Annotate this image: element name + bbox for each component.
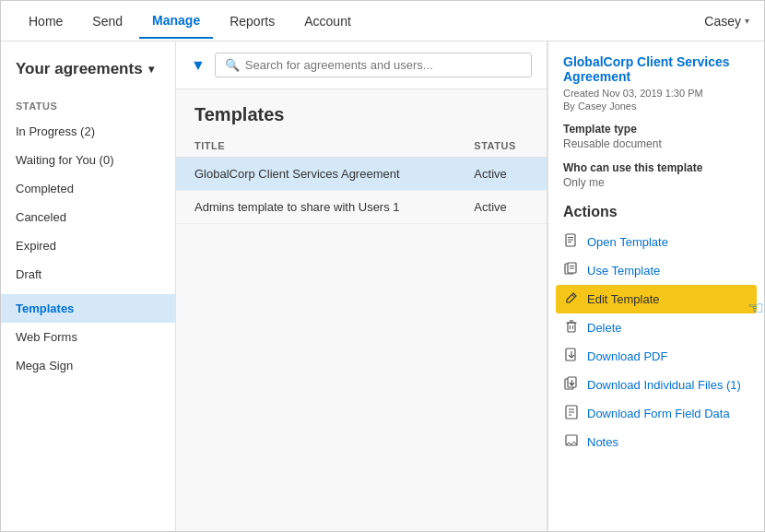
template-type-label: Template type (563, 123, 749, 136)
who-can-use-label: Who can use this template (563, 161, 749, 174)
nav-home[interactable]: Home (16, 5, 76, 38)
user-name: Casey (704, 14, 741, 29)
details-created: Created Nov 03, 2019 1:30 PM (563, 88, 749, 99)
action-download-individual-label: Download Individual Files (1) (587, 378, 741, 392)
sidebar: Your agreements ▾ STATUS In Progress (2)… (1, 41, 176, 532)
action-edit-template-label: Edit Template (587, 292, 660, 306)
download-pdf-icon (563, 348, 580, 365)
agreements-toolbar: ▼ 🔍 (176, 41, 547, 89)
row-title: Admins template to share with Users 1 (176, 191, 455, 224)
who-can-use-section: Who can use this template Only me (563, 161, 749, 189)
details-panel: GlobalCorp Client Services Agreement Cre… (547, 41, 764, 532)
chevron-down-icon: ▾ (148, 63, 154, 76)
who-can-use-value: Only me (563, 176, 749, 189)
nav-send[interactable]: Send (79, 5, 135, 38)
action-download-pdf[interactable]: Download PDF (563, 342, 749, 371)
sidebar-item-expired[interactable]: Expired (1, 231, 175, 260)
sidebar-item-web-forms[interactable]: Web Forms (1, 323, 175, 351)
nav-items: Home Send Manage Reports Account (16, 4, 704, 39)
svg-rect-9 (568, 323, 575, 332)
action-edit-template[interactable]: Edit Template ☞ (556, 285, 757, 313)
search-box: 🔍 (215, 53, 532, 77)
content-area: ▼ 🔍 Templates TITLE STATUS GlobalCorp Cl… (176, 41, 764, 532)
cursor-icon: ☞ (747, 297, 764, 319)
action-use-template[interactable]: Use Template (563, 256, 749, 285)
search-input[interactable] (245, 58, 522, 72)
sidebar-title: Your agreements (16, 60, 143, 78)
row-title: GlobalCorp Client Services Agreement (176, 158, 455, 191)
delete-icon (563, 319, 580, 337)
row-status: Active (455, 158, 547, 191)
svg-rect-14 (566, 349, 575, 361)
edit-template-icon (563, 290, 580, 308)
notes-icon (563, 433, 580, 451)
action-notes-label: Notes (587, 435, 618, 449)
action-download-form-field-label: Download Form Field Data (587, 407, 730, 420)
template-type-section: Template type Reusable document (563, 123, 749, 150)
sidebar-item-waiting[interactable]: Waiting for You (0) (1, 146, 175, 174)
details-title: GlobalCorp Client Services Agreement (563, 54, 749, 84)
open-template-icon (563, 233, 580, 251)
column-title: TITLE (176, 135, 455, 158)
agreements-panel: ▼ 🔍 Templates TITLE STATUS GlobalCorp Cl… (176, 41, 547, 532)
sidebar-item-in-progress[interactable]: In Progress (2) (1, 117, 175, 146)
templates-title: Templates (176, 89, 547, 135)
template-type-value: Reusable document (563, 137, 749, 150)
action-download-individual[interactable]: Download Individual Files (1) (563, 371, 749, 399)
row-status: Active (455, 191, 547, 224)
action-download-form-field[interactable]: Download Form Field Data (563, 399, 749, 428)
action-delete[interactable]: Delete (563, 313, 749, 342)
download-individual-icon (563, 376, 580, 394)
sidebar-status-label: STATUS (1, 93, 175, 117)
sidebar-header[interactable]: Your agreements ▾ (1, 60, 175, 93)
action-open-template[interactable]: Open Template (563, 228, 749, 256)
main-layout: Your agreements ▾ STATUS In Progress (2)… (1, 41, 764, 532)
sidebar-item-mega-sign[interactable]: Mega Sign (1, 351, 175, 380)
download-form-field-icon (563, 405, 580, 422)
action-notes[interactable]: Notes (563, 428, 749, 456)
column-status: STATUS (455, 135, 547, 158)
action-open-template-label: Open Template (587, 235, 668, 249)
nav-account[interactable]: Account (291, 5, 364, 38)
sidebar-item-canceled[interactable]: Canceled (1, 203, 175, 231)
sidebar-item-draft[interactable]: Draft (1, 260, 175, 289)
svg-line-8 (572, 295, 575, 298)
search-icon: 🔍 (225, 58, 240, 72)
chevron-down-icon: ▾ (745, 16, 749, 26)
sidebar-item-templates[interactable]: Templates (1, 294, 175, 323)
action-use-template-label: Use Template (587, 264, 660, 278)
actions-title: Actions (563, 204, 749, 220)
filter-icon[interactable]: ▼ (191, 57, 206, 74)
nav-manage[interactable]: Manage (139, 4, 213, 39)
nav-reports[interactable]: Reports (217, 5, 288, 38)
table-row[interactable]: GlobalCorp Client Services Agreement Act… (176, 158, 547, 191)
templates-table: TITLE STATUS GlobalCorp Client Services … (176, 135, 547, 224)
action-delete-label: Delete (587, 321, 622, 335)
action-download-pdf-label: Download PDF (587, 349, 667, 363)
details-by: By Casey Jones (563, 100, 749, 112)
user-menu[interactable]: Casey ▾ (704, 14, 749, 29)
top-navigation: Home Send Manage Reports Account Casey ▾ (1, 1, 764, 41)
sidebar-item-completed[interactable]: Completed (1, 174, 175, 203)
table-row[interactable]: Admins template to share with Users 1 Ac… (176, 191, 547, 224)
use-template-icon (563, 262, 580, 279)
